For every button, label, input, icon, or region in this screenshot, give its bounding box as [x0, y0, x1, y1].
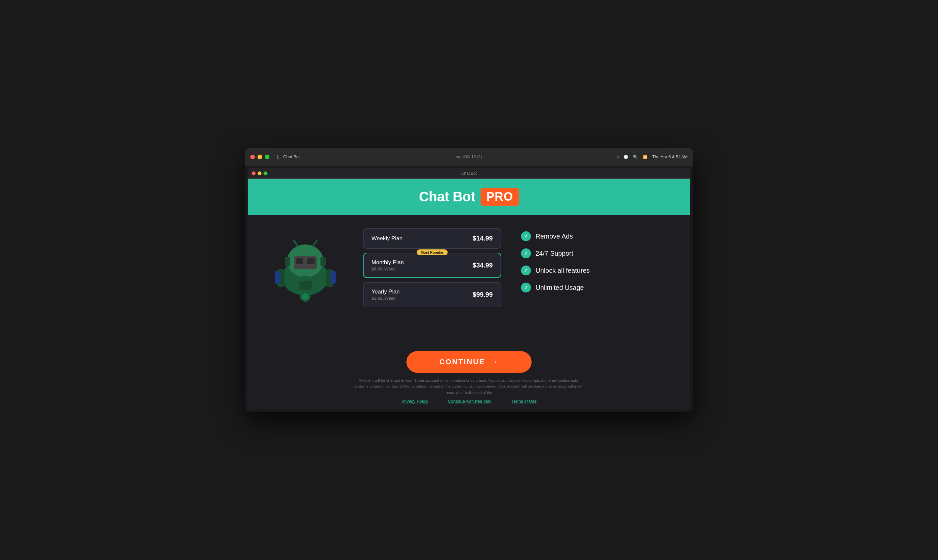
privacy-policy-link[interactable]: Privacy Policy [401, 399, 428, 404]
svg-rect-12 [275, 271, 279, 284]
header-title: Chat Bot PRO [419, 188, 519, 206]
terms-of-use-link[interactable]: Terms of Use [512, 399, 537, 404]
svg-point-16 [302, 293, 309, 300]
app-window: Chat Bot Chat Bot PRO [248, 168, 690, 409]
svg-rect-13 [331, 271, 336, 284]
os-window:  Chat Bot macOS 12 (1) ⊞ 🕐 🔍 📶 Thu Apr … [245, 148, 693, 412]
feature-unlock-all: ✓ Unlock all features [521, 266, 594, 275]
search-icon: 🔍 [633, 155, 638, 159]
close-button[interactable] [250, 155, 255, 159]
weekly-plan-name: Weekly Plan [372, 235, 403, 242]
continue-free-link[interactable]: Continue with free plan [448, 399, 492, 404]
apple-icon:  [277, 154, 279, 160]
most-popular-badge: Most Popular [417, 249, 447, 255]
svg-rect-7 [285, 257, 290, 266]
svg-rect-14 [299, 281, 312, 290]
svg-rect-4 [307, 258, 315, 264]
svg-rect-3 [296, 258, 303, 264]
check-icon-247-support: ✓ [521, 248, 531, 258]
yearly-plan-sub: $1.92 /Week [372, 296, 400, 301]
feature-unlimited-usage: ✓ Unlimited Usage [521, 283, 594, 292]
feature-label-unlimited-usage: Unlimited Usage [535, 284, 584, 292]
svg-line-5 [294, 240, 297, 245]
pro-badge: PRO [481, 188, 519, 206]
footer-links: Privacy Policy Continue with free plan T… [267, 399, 671, 409]
wifi-icon: 📶 [643, 155, 648, 159]
os-title-center: macOS 12 (1) [456, 154, 483, 159]
continue-arrow-icon: → [491, 358, 498, 366]
svg-rect-11 [301, 276, 309, 281]
maximize-button[interactable] [265, 155, 269, 159]
monthly-plan-price: $34.99 [473, 262, 493, 269]
yearly-plan-card[interactable]: Yearly Plan $1.92 /Week $99.99 [363, 282, 501, 307]
minimize-button[interactable] [258, 155, 262, 159]
weekly-plan-price: $14.99 [473, 235, 493, 242]
header-banner: Chat Bot PRO [248, 178, 690, 215]
footer-disclaimer: Payment will be charged to your iTunes a… [354, 377, 584, 395]
weekly-plan-info: Weekly Plan [372, 235, 403, 242]
grid-icon: ⊞ [616, 155, 619, 159]
weekly-plan-card[interactable]: Weekly Plan $14.99 [363, 228, 501, 249]
monthly-plan-name: Monthly Plan [372, 259, 404, 266]
feature-remove-ads: ✓ Remove Ads [521, 231, 594, 241]
robot-svg [269, 235, 341, 307]
app-close-button[interactable] [251, 171, 256, 175]
clock-icon: 🕐 [623, 155, 628, 159]
svg-rect-8 [321, 257, 326, 266]
system-time: Thu Apr 6 4:51 AM [652, 154, 688, 159]
title-bar-right: ⊞ 🕐 🔍 📶 Thu Apr 6 4:51 AM [616, 154, 688, 159]
check-icon-remove-ads: ✓ [521, 231, 531, 241]
check-icon-unlimited-usage: ✓ [521, 283, 531, 292]
app-title-text: Chat Bot [461, 171, 477, 176]
continue-section: CONTINUE → [248, 348, 690, 373]
app-minimize-button[interactable] [258, 171, 262, 175]
features-section: ✓ Remove Ads ✓ 24/7 Support ✓ Unlock all… [521, 228, 594, 292]
feature-label-unlock-all: Unlock all features [535, 267, 590, 274]
robot-illustration [267, 235, 343, 307]
yearly-plan-name: Yearly Plan [372, 289, 400, 295]
continue-label: CONTINUE [440, 358, 485, 366]
monthly-plan-sub: $8.06 /Week [372, 266, 404, 271]
main-content: Weekly Plan $14.99 Most Popular Monthly … [248, 215, 690, 348]
os-title-bar:  Chat Bot macOS 12 (1) ⊞ 🕐 🔍 📶 Thu Apr … [245, 148, 693, 166]
title-bar-left:  Chat Bot [250, 154, 300, 160]
app-maximize-button[interactable] [264, 171, 267, 175]
app-title-chat-bot: Chat Bot [419, 189, 475, 205]
feature-247-support: ✓ 24/7 Support [521, 248, 594, 258]
app-title-bar: Chat Bot [248, 168, 690, 178]
menubar-app-name: Chat Bot [283, 154, 300, 159]
svg-line-6 [313, 240, 317, 245]
footer-section: Payment will be charged to your iTunes a… [248, 373, 690, 409]
feature-label-247-support: 24/7 Support [535, 250, 573, 257]
monthly-plan-info: Monthly Plan $8.06 /Week [372, 259, 404, 271]
yearly-plan-price: $99.99 [473, 291, 493, 298]
os-title-text: macOS 12 (1) [456, 154, 483, 159]
yearly-plan-info: Yearly Plan $1.92 /Week [372, 289, 400, 301]
check-icon-unlock-all: ✓ [521, 266, 531, 275]
plans-section: Weekly Plan $14.99 Most Popular Monthly … [363, 228, 501, 307]
continue-button[interactable]: CONTINUE → [406, 351, 532, 373]
feature-label-remove-ads: Remove Ads [535, 232, 573, 240]
monthly-plan-card[interactable]: Most Popular Monthly Plan $8.06 /Week $3… [363, 253, 501, 278]
traffic-lights [250, 155, 269, 159]
app-traffic-lights [251, 171, 267, 175]
